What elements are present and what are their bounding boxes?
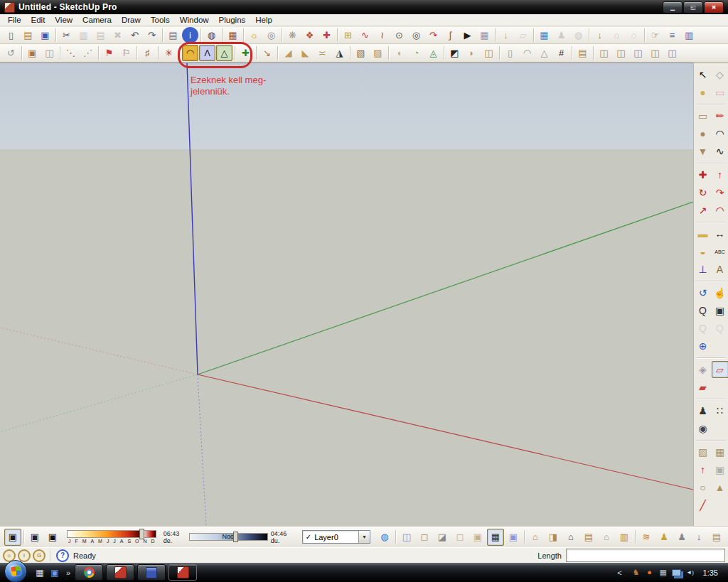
corner-tool-b[interactable]: ▤	[708, 529, 725, 546]
add-detail-tool[interactable]: ▲	[712, 479, 728, 496]
wire-dome-tool[interactable]: ◬	[425, 45, 441, 61]
restore-button[interactable]: ◱	[683, 1, 703, 14]
plugin-figure-a[interactable]: ♟	[655, 529, 673, 546]
corner-tool-a[interactable]: ↓	[690, 529, 707, 546]
rotate-tool[interactable]: ↻	[695, 184, 712, 201]
styles-browser[interactable]: ▦	[225, 27, 241, 43]
face-style-shaded[interactable]: ▣	[469, 529, 486, 546]
tray-network[interactable]	[670, 566, 683, 579]
task-sketchup-2[interactable]	[168, 564, 197, 581]
shadows-bulb[interactable]: ☼	[246, 27, 262, 43]
orbit-tool[interactable]: ↺	[695, 284, 712, 301]
erase-tool[interactable]: ✖	[109, 27, 126, 43]
zoom-next[interactable]: Q	[712, 320, 728, 337]
bone-tool[interactable]: ≍	[314, 45, 331, 61]
rectangle-tool[interactable]: ▭	[695, 107, 712, 124]
shadow-date-toggle[interactable]: ▣	[26, 529, 43, 546]
tray-chevron[interactable]: <	[617, 568, 621, 577]
component-attributes[interactable]: ▥	[681, 27, 697, 43]
import-model[interactable]: ↓	[592, 27, 608, 43]
ramp-down-tool[interactable]: ◣	[297, 45, 314, 61]
date-gradient-bar[interactable]	[67, 530, 156, 538]
flag-red-tool[interactable]: ⚑	[101, 45, 117, 61]
preview-render[interactable]: ◎	[263, 27, 279, 43]
push-pull-tool[interactable]: ↑	[712, 166, 728, 183]
align-tool-d[interactable]: ◫	[647, 45, 663, 61]
play-animation[interactable]: ▶	[459, 27, 476, 43]
pins-palette[interactable]: ❖	[301, 27, 318, 43]
tray-app-a[interactable]: ♞	[630, 566, 643, 579]
task-chrome[interactable]	[75, 564, 103, 581]
figure-tool[interactable]: ♟	[553, 27, 569, 43]
stamp-tool[interactable]: ▣	[712, 461, 728, 478]
layer-dropdown[interactable]: ✓ Layer0 ▼	[302, 530, 370, 544]
gear-tool[interactable]: ❋	[284, 27, 301, 43]
time-slider-handle[interactable]	[233, 532, 238, 542]
component-options[interactable]: ≡	[664, 27, 680, 43]
face-style-xray[interactable]: ◫	[398, 529, 415, 546]
cone-tool[interactable]: △	[536, 45, 552, 61]
layers-info-globe[interactable]: ◍	[376, 529, 393, 546]
house-front-tool[interactable]: ⌂	[609, 27, 625, 43]
print-button[interactable]: ▤	[165, 27, 181, 43]
menu-item-window[interactable]: Window	[175, 15, 214, 25]
tray-app-b[interactable]: ●	[643, 566, 656, 579]
paste-tool[interactable]: ▤	[92, 27, 109, 43]
zoom-previous[interactable]: Q	[695, 320, 712, 337]
line-dots-tool[interactable]: ⋰	[80, 45, 96, 61]
drape-tool[interactable]: ○	[695, 479, 712, 496]
calculator-tool[interactable]: ▦	[476, 27, 493, 43]
select-tool[interactable]: ↖	[695, 66, 712, 83]
copy-tool[interactable]: ▥	[75, 27, 92, 43]
open-model[interactable]: ▤	[20, 27, 36, 43]
axes-tool[interactable]: ⊥	[695, 261, 712, 278]
bezier-edit-tool[interactable]: ≀	[374, 27, 390, 43]
help-icon[interactable]: ?	[56, 549, 69, 562]
view-iso[interactable]: ⌂	[527, 529, 544, 546]
date-slider-handle[interactable]	[139, 529, 144, 539]
bend-box-tool[interactable]: ◫	[481, 45, 497, 61]
circle-center-tool[interactable]: ⊙	[391, 27, 407, 43]
globe-tool[interactable]: ◍	[570, 27, 587, 43]
time-gradient-bar[interactable]: Noon	[189, 533, 268, 541]
measurement-input[interactable]	[566, 549, 725, 562]
arc-arrow-tool[interactable]: ↷	[425, 27, 441, 43]
polygon-gray-tool[interactable]: ▱	[515, 27, 531, 43]
menu-item-draw[interactable]: Draw	[117, 15, 146, 25]
multi-face-cube-tool[interactable]: ▧	[353, 45, 369, 61]
solid-tools-a[interactable]: ▣	[24, 45, 41, 61]
menu-item-tools[interactable]: Tools	[146, 15, 175, 25]
solid-tools-b[interactable]: ◫	[41, 45, 58, 61]
walk-tool[interactable]: ∷	[712, 402, 728, 419]
shadow-time-toggle[interactable]: ▣	[44, 529, 61, 546]
layer-dropdown-arrow[interactable]: ▼	[358, 531, 370, 543]
status-coin-credit[interactable]: i	[18, 549, 31, 562]
paint-bucket-tool[interactable]: ●	[695, 84, 712, 101]
status-coin-google[interactable]: G	[33, 549, 46, 562]
view-top[interactable]: ◨	[545, 529, 562, 546]
menu-item-file[interactable]: File	[3, 15, 26, 25]
offset-tool[interactable]: ◠	[712, 202, 728, 219]
align-tool-c[interactable]: ◫	[630, 45, 646, 61]
fold-tool[interactable]: ▨	[370, 45, 386, 61]
minimize-button[interactable]: ▁	[663, 1, 682, 14]
section-plane-tool[interactable]: ◈	[695, 361, 712, 378]
grid-tool[interactable]: #	[553, 45, 569, 61]
sandbox-from-scratch[interactable]: ▦	[712, 443, 728, 460]
make-component-tool[interactable]: ◇	[712, 66, 728, 83]
quicklaunch-calculator[interactable]: ▦	[33, 566, 47, 580]
view-front[interactable]: ⌂	[562, 529, 579, 546]
flip-edge-tool[interactable]: ╱	[695, 497, 712, 514]
align-tool-e[interactable]: ◫	[664, 45, 680, 61]
save-model[interactable]: ▣	[37, 27, 53, 43]
plugin-figure-b[interactable]: ♟	[673, 529, 690, 546]
line-tool[interactable]: ✏	[712, 107, 728, 124]
sandbox-from-contours[interactable]: ▨	[695, 443, 712, 460]
threed-text-tool[interactable]: A	[712, 261, 728, 278]
cut-tool[interactable]: ✂	[58, 27, 75, 43]
bezier-curve-tool[interactable]: ∿	[357, 27, 373, 43]
compass-star-tool[interactable]: ✳	[161, 45, 177, 61]
menu-item-help[interactable]: Help	[250, 15, 277, 25]
interact-hand-tool[interactable]: ☞	[647, 27, 663, 43]
display-section-cuts[interactable]: ▰	[695, 379, 712, 396]
